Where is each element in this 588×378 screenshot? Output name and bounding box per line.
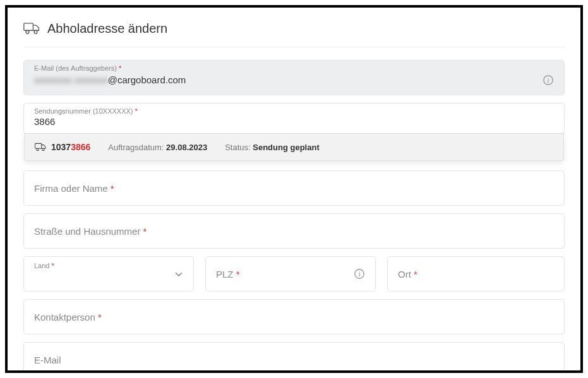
shipment-input-value[interactable]: 3866: [34, 116, 554, 127]
company-field-label: Firma oder Name: [34, 183, 108, 194]
chevron-down-icon: [174, 269, 183, 278]
svg-text:i: i: [548, 76, 549, 83]
truck-icon: [35, 141, 46, 153]
street-field[interactable]: Straße und Hausnummer *: [23, 213, 565, 249]
required-marker: *: [95, 312, 102, 322]
ort-field[interactable]: Ort *: [387, 256, 565, 292]
email-suffix: @cargoboard.com: [108, 74, 186, 85]
svg-rect-0: [24, 23, 33, 30]
email-label: E-Mail (des Auftraggebers): [34, 64, 117, 72]
plz-label: PLZ: [216, 269, 234, 280]
svg-point-1: [26, 30, 29, 33]
svg-point-6: [37, 148, 39, 150]
contact-field-label: Kontaktperson: [34, 312, 95, 322]
required-marker: *: [236, 269, 240, 280]
plz-field[interactable]: PLZ * i: [205, 256, 376, 292]
info-icon[interactable]: i: [543, 74, 554, 86]
required-marker: *: [140, 226, 147, 237]
shipment-id-prefix: 1037: [51, 142, 71, 152]
street-field-label: Straße und Hausnummer: [34, 226, 140, 237]
status-value: Sendung geplant: [253, 143, 319, 152]
country-label: Land: [34, 262, 49, 269]
svg-point-2: [34, 30, 37, 33]
ort-label: Ort: [398, 269, 411, 280]
order-date-label: Auftragsdatum:: [108, 143, 164, 152]
status-label: Status:: [225, 143, 250, 152]
info-icon[interactable]: i: [354, 268, 365, 280]
email-contact-field-label: E-Mail: [34, 355, 61, 365]
shipment-number-field[interactable]: Sendungsnummer (10XXXXXX) * 3866 1037386…: [23, 103, 565, 134]
shipment-label: Sendungsnummer (10XXXXXX): [34, 107, 133, 115]
email-field: E-Mail (des Auftraggebers) * xxxxxxxx xx…: [23, 60, 565, 95]
svg-rect-5: [35, 143, 42, 148]
svg-point-7: [42, 148, 44, 150]
required-marker: *: [414, 269, 417, 280]
shipment-autocomplete-item[interactable]: 10373866 Auftragsdatum: 29.08.2023 Statu…: [24, 133, 564, 161]
svg-text:i: i: [359, 270, 361, 278]
company-field[interactable]: Firma oder Name *: [23, 170, 565, 206]
required-marker: *: [52, 262, 54, 269]
page-header: Abholadresse ändern: [23, 20, 565, 47]
page-title: Abholadresse ändern: [47, 21, 167, 36]
required-marker: *: [119, 64, 121, 72]
contact-field[interactable]: Kontaktperson *: [23, 299, 565, 334]
truck-icon: [23, 20, 40, 37]
order-date-value: 29.08.2023: [166, 143, 207, 152]
email-contact-field[interactable]: E-Mail: [23, 342, 565, 373]
required-marker: *: [135, 107, 138, 115]
email-masked-prefix: xxxxxxxx xxxxxxx: [34, 74, 108, 85]
shipment-id-match: 3866: [71, 142, 90, 152]
country-select[interactable]: Land *: [23, 256, 194, 292]
required-marker: *: [108, 183, 114, 194]
